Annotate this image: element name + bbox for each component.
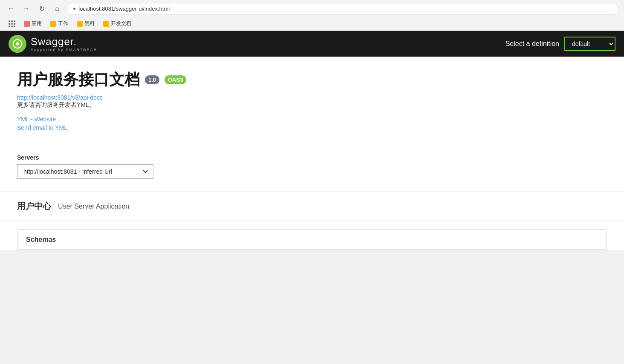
swagger-content: 用户服务接口文档 1.0 OAS3 http://localhost:8081/… [0, 57, 624, 250]
lock-icon: ● [73, 6, 76, 11]
schemas-header[interactable]: Schemas [17, 230, 607, 249]
section-divider-2 [0, 221, 624, 221]
bookmark-ziliao[interactable]: 资料 [73, 19, 98, 29]
bookmark-yingyong[interactable]: 应用 [20, 19, 45, 29]
forward-button[interactable]: → [20, 3, 32, 14]
tag-name: 用户中心 [17, 201, 51, 212]
yml-email-link[interactable]: Send email to YML [17, 124, 607, 131]
swagger-logo-icon [9, 35, 26, 53]
swagger-servers: Servers http://localhost:8081 - Inferred… [0, 146, 624, 192]
swagger-definition-area: Select a definition default [506, 37, 615, 51]
url-text: localhost:8081/swagger-ui/index.html [78, 6, 170, 12]
bookmark-folder-icon [77, 21, 83, 27]
tag-desc: User Server Application [58, 203, 129, 210]
oas-badge: OAS3 [165, 75, 186, 84]
servers-label: Servers [17, 154, 607, 161]
browser-chrome: ← → ↻ ⌂ ● localhost:8081/swagger-ui/inde… [0, 0, 624, 31]
version-badge: 1.0 [145, 75, 159, 84]
back-button[interactable]: ← [5, 3, 17, 14]
bookmark-label: 应用 [32, 20, 42, 27]
bookmark-folder-icon [24, 21, 30, 27]
definition-select[interactable]: default [564, 37, 615, 51]
bookmark-devdocs[interactable]: 开发文档 [100, 19, 135, 29]
swagger-tag-header[interactable]: 用户中心 User Server Application [17, 201, 607, 212]
api-title: 用户服务接口文档 [17, 69, 140, 90]
bookmark-label: 资料 [84, 20, 95, 27]
bookmark-gongzuo[interactable]: 工作 [47, 19, 72, 29]
bookmark-apps[interactable] [5, 19, 19, 29]
swagger-title-row: 用户服务接口文档 1.0 OAS3 [17, 69, 607, 90]
bookmark-folder-icon [50, 21, 56, 27]
svg-point-1 [16, 43, 19, 45]
swagger-header: Swagger. Supported by SMARTBEAR Select a… [0, 31, 624, 57]
home-button[interactable]: ⌂ [51, 3, 63, 14]
browser-nav-bar: ← → ↻ ⌂ ● localhost:8081/swagger-ui/inde… [0, 0, 624, 17]
bookmarks-bar: 应用 工作 资料 开发文档 [0, 17, 624, 31]
api-description: 更多请咨询服务开发者YML。 [17, 101, 607, 109]
swagger-sub-text: Supported by SMARTBEAR [31, 48, 97, 52]
refresh-button[interactable]: ↻ [36, 3, 48, 14]
address-bar[interactable]: ● localhost:8081/swagger-ui/index.html [66, 3, 619, 14]
yml-website-link[interactable]: YML - Website [17, 116, 607, 123]
api-url-link[interactable]: http://localhost:8081/v3/api-docs [17, 94, 103, 101]
apps-grid-icon [9, 20, 15, 27]
bookmark-folder-icon [103, 21, 109, 27]
swagger-title-text: Swagger. [31, 36, 97, 48]
swagger-schemas-container: Schemas [17, 229, 607, 250]
servers-select[interactable]: http://localhost:8081 - Inferred Url [17, 164, 153, 179]
bookmark-label: 工作 [58, 20, 68, 27]
swagger-logo-text: Swagger. Supported by SMARTBEAR [31, 36, 97, 52]
bookmark-label: 开发文档 [111, 20, 131, 27]
definition-label: Select a definition [506, 40, 559, 48]
swagger-info: 用户服务接口文档 1.0 OAS3 http://localhost:8081/… [0, 57, 624, 146]
swagger-tag-section: 用户中心 User Server Application [0, 192, 624, 221]
swagger-logo: Swagger. Supported by SMARTBEAR [9, 35, 97, 53]
